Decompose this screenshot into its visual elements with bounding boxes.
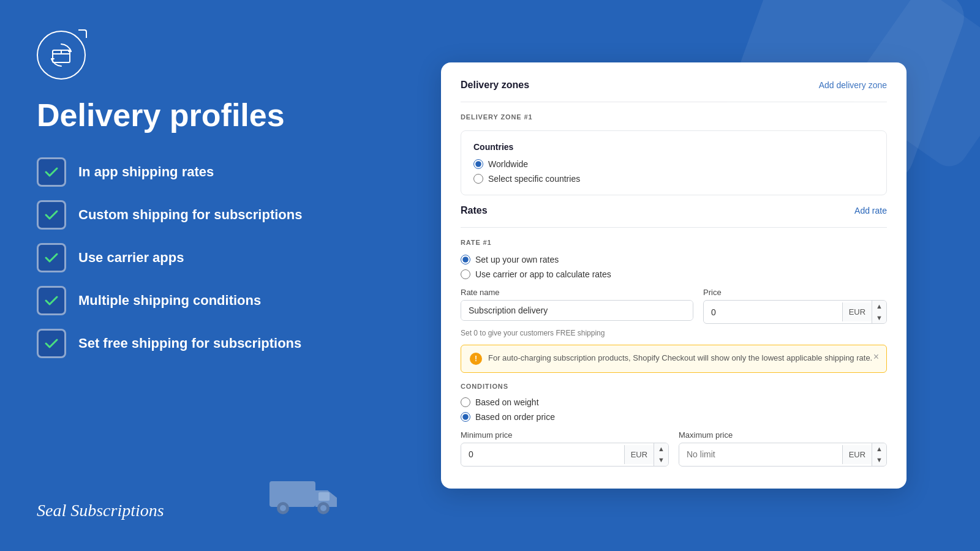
right-panel: Delivery zones Add delivery zone DELIVER… — [380, 0, 980, 551]
checkbox-2 — [37, 200, 66, 230]
rate-name-price-row: Rate name Price EUR ▲ ▼ — [461, 288, 887, 324]
alert-text: For auto-charging subscription products,… — [488, 353, 878, 364]
feature-text-1: In app shipping rates — [78, 164, 214, 180]
feature-item-4: Multiple shipping conditions — [37, 286, 343, 315]
svg-point-8 — [320, 505, 326, 511]
delivery-zones-title: Delivery zones — [461, 80, 529, 91]
feature-text-4: Multiple shipping conditions — [78, 293, 261, 309]
price-increase-btn[interactable]: ▲ — [872, 301, 886, 312]
feature-text-5: Set free shipping for subscriptions — [78, 335, 301, 351]
alert-icon: ! — [470, 353, 482, 365]
min-price-label: Minimum price — [461, 430, 669, 440]
max-price-input[interactable] — [679, 444, 842, 464]
bottom-area: Seal Subscriptions — [37, 472, 343, 520]
feature-text-3: Use carrier apps — [78, 250, 184, 266]
radio-own-rates-input[interactable] — [461, 255, 470, 264]
max-price-currency: EUR — [842, 445, 872, 464]
radio-worldwide[interactable]: Worldwide — [473, 159, 874, 169]
feature-item-3: Use carrier apps — [37, 243, 343, 272]
delivery-card: Delivery zones Add delivery zone DELIVER… — [441, 62, 907, 488]
feature-text-2: Custom shipping for subscriptions — [78, 207, 302, 223]
alert-box: ! For auto-charging subscription product… — [461, 345, 887, 373]
max-price-stepper: ▲ ▼ — [872, 443, 886, 466]
price-group: Price EUR ▲ ▼ — [703, 288, 887, 324]
radio-specific-label: Select specific countries — [488, 174, 580, 184]
add-rate-link[interactable]: Add rate — [854, 206, 887, 216]
rate-type-radio-group: Set up your own rates Use carrier or app… — [461, 255, 887, 279]
truck-icon — [270, 472, 343, 520]
radio-weight-label: Based on weight — [475, 397, 539, 407]
countries-title: Countries — [473, 142, 874, 152]
conditions-radio-group: Based on weight Based on order price — [461, 397, 887, 422]
max-price-group: Maximum price EUR ▲ ▼ — [679, 430, 887, 467]
radio-specific-countries[interactable]: Select specific countries — [473, 174, 874, 184]
radio-weight-input[interactable] — [461, 397, 470, 407]
price-input[interactable] — [704, 302, 842, 322]
alert-close-button[interactable]: × — [873, 351, 879, 362]
radio-order-price-label: Based on order price — [475, 412, 555, 422]
min-price-increase-btn[interactable]: ▲ — [654, 443, 668, 454]
checkbox-3 — [37, 243, 66, 272]
radio-carrier-rates[interactable]: Use carrier or app to calculate rates — [461, 269, 887, 279]
min-price-stepper: ▲ ▼ — [654, 443, 668, 466]
logo-icon — [37, 31, 86, 80]
radio-worldwide-label: Worldwide — [488, 159, 528, 169]
checkbox-1 — [37, 157, 66, 187]
max-price-label: Maximum price — [679, 430, 887, 440]
brand-name: Seal Subscriptions — [37, 501, 164, 520]
add-delivery-zone-link[interactable]: Add delivery zone — [819, 80, 887, 90]
left-panel: Delivery profiles In app shipping rates … — [0, 0, 380, 551]
price-decrease-btn[interactable]: ▼ — [872, 312, 886, 323]
min-price-group: Minimum price EUR ▲ ▼ — [461, 430, 669, 467]
feature-item-1: In app shipping rates — [37, 157, 343, 187]
checkbox-4 — [37, 286, 66, 315]
feature-item-5: Set free shipping for subscriptions — [37, 329, 343, 358]
radio-weight[interactable]: Based on weight — [461, 397, 887, 407]
radio-carrier-input[interactable] — [461, 269, 470, 279]
countries-radio-group: Worldwide Select specific countries — [473, 159, 874, 184]
radio-carrier-label: Use carrier or app to calculate rates — [475, 269, 611, 279]
zone-label: DELIVERY ZONE #1 — [461, 113, 887, 121]
price-stepper: ▲ ▼ — [872, 301, 886, 323]
min-price-decrease-btn[interactable]: ▼ — [654, 454, 668, 465]
radio-own-rates-label: Set up your own rates — [475, 255, 559, 264]
rates-header: Rates Add rate — [461, 205, 887, 216]
max-price-increase-btn[interactable]: ▲ — [872, 443, 886, 454]
max-price-decrease-btn[interactable]: ▼ — [872, 454, 886, 465]
radio-order-price-input[interactable] — [461, 412, 470, 422]
feature-list: In app shipping rates Custom shipping fo… — [37, 157, 343, 358]
main-title: Delivery profiles — [37, 98, 343, 133]
svg-rect-4 — [318, 492, 330, 501]
countries-section: Countries Worldwide Select specific coun… — [461, 130, 887, 195]
price-label: Price — [703, 288, 887, 297]
min-price-input-wrap: EUR ▲ ▼ — [461, 443, 669, 467]
rate-name-input[interactable] — [461, 301, 693, 320]
rates-title: Rates — [461, 205, 488, 216]
delivery-zones-header: Delivery zones Add delivery zone — [461, 80, 887, 91]
price-currency: EUR — [842, 302, 872, 321]
rate-name-input-wrap — [461, 300, 693, 321]
radio-specific-input[interactable] — [473, 174, 483, 184]
radio-own-rates[interactable]: Set up your own rates — [461, 255, 887, 264]
rates-section: Rates Add rate RATE #1 Set up your own r… — [461, 205, 887, 466]
rate-name-group: Rate name — [461, 288, 693, 324]
price-input-wrap: EUR ▲ ▼ — [703, 300, 887, 324]
svg-rect-3 — [270, 481, 315, 507]
radio-order-price[interactable]: Based on order price — [461, 412, 887, 422]
conditions-label: CONDITIONS — [461, 383, 887, 390]
feature-item-2: Custom shipping for subscriptions — [37, 200, 343, 230]
min-price-currency: EUR — [624, 445, 654, 464]
checkbox-5 — [37, 329, 66, 358]
rate-name-label: Rate name — [461, 288, 693, 297]
min-price-input[interactable] — [461, 444, 624, 464]
min-max-price-row: Minimum price EUR ▲ ▼ Maximum price — [461, 430, 887, 467]
radio-worldwide-input[interactable] — [473, 159, 483, 169]
svg-point-6 — [280, 505, 286, 511]
free-shipping-hint: Set 0 to give your customers FREE shippi… — [461, 329, 887, 337]
max-price-input-wrap: EUR ▲ ▼ — [679, 443, 887, 467]
rate-label: RATE #1 — [461, 239, 887, 246]
